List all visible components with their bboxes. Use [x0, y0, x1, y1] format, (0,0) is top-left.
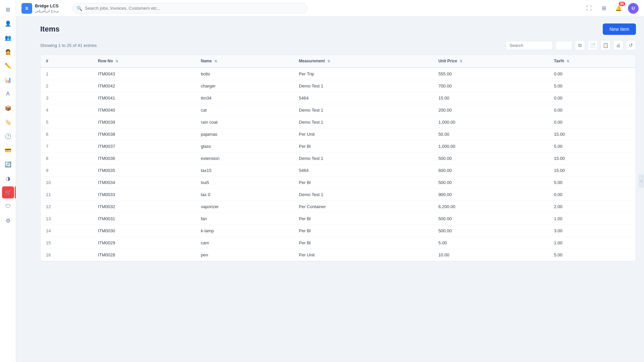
table-row[interactable]: 11ITM0033tax 0Demo Test 1900.000.00	[41, 189, 636, 201]
per-page-input[interactable]: 25	[555, 41, 572, 50]
cell-tax_pct: 3.00	[549, 225, 636, 237]
col-header-unit_price[interactable]: Unit Price ⇅	[433, 55, 549, 68]
table-row[interactable]: 9ITM0035tax155464600.0015.00	[41, 165, 636, 177]
cell-num: 16	[41, 249, 93, 261]
cell-row_no: ITM0035	[93, 165, 196, 177]
topbar-right: ⛶ ⊞ 🔔 86 U	[584, 3, 639, 14]
cell-tax_pct: 1.00	[549, 213, 636, 225]
user-icon[interactable]: 👤	[2, 17, 14, 29]
avatar[interactable]: U	[628, 3, 639, 14]
sort-icon: ⇅	[327, 59, 330, 63]
table-row[interactable]: 12ITM0032vaporizerPer Container6,200.002…	[41, 201, 636, 213]
print-icon: 🖨	[616, 43, 621, 48]
table-row[interactable]: 1ITM0043boltsPer Trip555.000.00	[41, 68, 636, 80]
layers-icon: ◑	[6, 175, 10, 182]
col-header-measurement[interactable]: Measurement ⇅	[293, 55, 433, 68]
grid-button[interactable]: ⊞	[598, 3, 609, 14]
table-row[interactable]: 7ITM0037glassPer Bl1,000.005.00	[41, 140, 636, 153]
box-icon[interactable]: 📦	[2, 102, 14, 114]
cell-measurement: Per Trip	[293, 68, 433, 80]
export-excel-button[interactable]: 📋	[600, 40, 610, 50]
cell-name: fan	[196, 213, 293, 225]
cell-row_no: ITM0034	[93, 177, 196, 189]
cell-unit_price: 900.00	[433, 189, 549, 201]
cell-unit_price: 555.00	[433, 68, 549, 80]
export-csv-button[interactable]: 📄	[588, 40, 598, 50]
print-button[interactable]: 🖨	[613, 40, 623, 50]
settings-icon[interactable]: ⚙	[2, 215, 14, 227]
cell-name: cat	[196, 104, 293, 116]
cart-icon[interactable]: 🛒	[2, 186, 14, 198]
table-row[interactable]: 3ITM0041itm34546415.000.00	[41, 92, 636, 104]
col-header-tax_pct[interactable]: Tax% ⇅	[549, 55, 636, 68]
cell-row_no: ITM0032	[93, 201, 196, 213]
table-row[interactable]: 5ITM0039rain coatDemo Test 11,000.000.00	[41, 116, 636, 128]
table-row[interactable]: 13ITM0031fanPer Bl500.001.00	[41, 213, 636, 225]
new-item-button[interactable]: New Item	[603, 23, 636, 35]
table-row[interactable]: 8ITM0036extensionDemo Test 1500.0015.00	[41, 153, 636, 165]
dashboard-icon[interactable]: ⊞	[2, 3, 14, 15]
users-icon[interactable]: 👥	[2, 32, 14, 44]
cell-row_no: ITM0028	[93, 249, 196, 261]
table-header: #Row No ⇅Name ⇅Measurement ⇅Unit Price ⇅…	[41, 55, 636, 68]
refresh-icon[interactable]: 🔄	[2, 158, 14, 170]
edit-icon: ✏️	[5, 63, 11, 69]
edit-icon[interactable]: ✏️	[2, 60, 14, 72]
grid-icon: ⊞	[602, 5, 606, 11]
cell-measurement: Per Bl	[293, 140, 433, 153]
cell-row_no: ITM0043	[93, 68, 196, 80]
cell-tax_pct: 0.00	[549, 189, 636, 201]
table-row[interactable]: 10ITM0034txa5Per Bl500.005.00	[41, 177, 636, 189]
text-icon[interactable]: A	[2, 88, 14, 100]
cell-measurement: Per Bl	[293, 237, 433, 249]
cell-tax_pct: 5.00	[549, 140, 636, 153]
table-search-input[interactable]	[506, 41, 553, 50]
cell-unit_price: 50.00	[433, 128, 549, 140]
notifications-button[interactable]: 🔔 86	[613, 3, 624, 14]
table-row[interactable]: 4ITM0040catDemo Test 1200.000.00	[41, 104, 636, 116]
collapse-panel-button[interactable]: ›	[639, 174, 644, 188]
cell-num: 14	[41, 225, 93, 237]
user-icon: 👤	[5, 20, 11, 27]
cell-unit_price: 1,000.00	[433, 140, 549, 153]
cell-tax_pct: 5.00	[549, 80, 636, 92]
table-row[interactable]: 2ITM0042chargerDemo Test 1700.005.00	[41, 80, 636, 92]
table-body: 1ITM0043boltsPer Trip555.000.002ITM0042c…	[41, 68, 636, 261]
cell-row_no: ITM0040	[93, 104, 196, 116]
card-icon[interactable]: 💳	[2, 144, 14, 156]
clock-icon[interactable]: 🕐	[2, 130, 14, 142]
tag-icon[interactable]: 🏷️	[2, 116, 14, 128]
cell-tax_pct: 15.00	[549, 153, 636, 165]
copy-button[interactable]: ⧉	[575, 40, 585, 50]
dashboard-icon: ⊞	[6, 6, 10, 13]
cell-tax_pct: 0.00	[549, 68, 636, 80]
card-icon: 💳	[5, 147, 11, 154]
cell-num: 3	[41, 92, 93, 104]
person-icon[interactable]: 🙍	[2, 46, 14, 58]
app-name-ar: بريدج لي‌إس‌إس	[35, 9, 59, 13]
app-name: Bridge LCS	[35, 3, 59, 9]
col-header-name[interactable]: Name ⇅	[196, 55, 293, 68]
table-row[interactable]: 16ITM0028penPer Unit10.005.00	[41, 249, 636, 261]
fullscreen-button[interactable]: ⛶	[584, 3, 594, 14]
cell-tax_pct: 15.00	[549, 165, 636, 177]
global-search-input[interactable]	[72, 3, 307, 13]
cell-unit_price: 500.00	[433, 153, 549, 165]
table-row[interactable]: 15ITM0029camPer Bl5.001.00	[41, 237, 636, 249]
cell-name: tax 0	[196, 189, 293, 201]
cell-measurement: Demo Test 1	[293, 80, 433, 92]
table-row[interactable]: 6ITM0038pajamasPer Unit50.0015.00	[41, 128, 636, 140]
bell-icon: 🔔	[615, 5, 622, 11]
cell-name: pajamas	[196, 128, 293, 140]
col-header-row_no[interactable]: Row No ⇅	[93, 55, 196, 68]
layers-icon[interactable]: ◑	[2, 172, 14, 184]
chart-icon[interactable]: 📊	[2, 74, 14, 86]
shield-icon[interactable]: 🛡	[2, 200, 14, 213]
table-row[interactable]: 14ITM0030k-lampPer Bl500.003.00	[41, 225, 636, 237]
cell-measurement: Per Unit	[293, 249, 433, 261]
cell-num: 5	[41, 116, 93, 128]
cell-num: 4	[41, 104, 93, 116]
refresh-button[interactable]: ↺	[626, 40, 636, 50]
cell-num: 9	[41, 165, 93, 177]
page-title: Items	[40, 25, 59, 34]
